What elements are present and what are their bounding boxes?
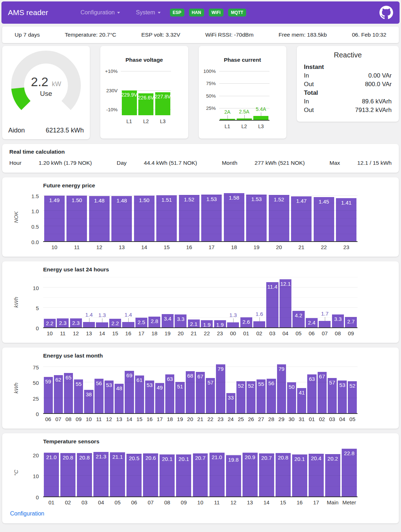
x-tick-label: 18 <box>165 416 175 422</box>
x-tick-label: 14 <box>96 330 109 336</box>
realtime-month: Month 277 kWh (521 NOK) <box>222 160 305 166</box>
y-tick-label: 20 <box>33 452 39 458</box>
x-tick-label: 10 <box>43 330 56 336</box>
x-tick-label: L3 <box>155 118 171 124</box>
han-status-badge: HAN <box>189 9 204 17</box>
y-tick-label: 10 <box>33 473 39 479</box>
x-tick-label: 03 <box>266 330 279 336</box>
main-nav: Configuration System <box>80 9 161 16</box>
x-axis-line <box>43 327 358 328</box>
bar-value-label: 2.3 <box>57 320 69 326</box>
bar-value-label: 2.1 <box>188 321 200 327</box>
x-tick-label: 08 <box>159 499 175 505</box>
gridline <box>219 96 269 96</box>
plot-area: NOK0.00.51.01.51.491.501.481.481.501.511… <box>43 192 358 242</box>
x-tick-label: 07 <box>142 499 159 505</box>
x-tick-label: 16 <box>144 416 155 422</box>
bar-value-label: 1.3 <box>223 312 243 318</box>
realtime-calculation-card: Real time calculation Hour 1.20 kWh (1.7… <box>2 144 399 173</box>
bar-value-label: 68 <box>186 373 195 379</box>
phase-current-chart: 100%75%50%25%2A2.5A5.4AL1L2L3 <box>219 71 269 129</box>
phase-voltage-chart: +10%230V-10%229.9V226.6V227.8VL1L2L3 <box>121 71 171 124</box>
bar-value-label: 79 <box>216 366 225 372</box>
reactive-instant-in-label: In <box>304 71 309 80</box>
bar-label-leader <box>102 318 102 322</box>
bar-value-label: 57 <box>206 379 215 386</box>
month-value: 277 kWh (521 NOK) <box>255 160 305 166</box>
y-tick-label: 0.5 <box>31 224 39 230</box>
phase-current-title: Phase current <box>199 57 286 63</box>
energy-last-month-card: Energy use last month kWh025507559626555… <box>2 347 399 429</box>
gridline <box>43 218 358 219</box>
future-energy-price-chart: NOK0.00.51.01.51.491.501.481.481.501.511… <box>2 192 399 250</box>
bar-value-label: 53 <box>105 382 114 388</box>
y-tick-label: 1.0 <box>31 208 39 214</box>
hour-value: 1.20 kWh (1.79 NOK) <box>39 160 92 166</box>
y-axis-label: NOK <box>13 211 19 223</box>
x-tick-label: 26 <box>246 416 256 422</box>
configuration-link[interactable]: Configuration <box>10 510 44 517</box>
bar-label-leader <box>244 115 245 118</box>
x-tick-label: 09 <box>344 330 357 336</box>
x-axis-labels: 1011121314151617181920212223 <box>43 244 358 250</box>
x-tick-label: 22 <box>206 416 216 422</box>
x-tick-label: 11 <box>94 416 104 422</box>
nav-configuration-dropdown[interactable]: Configuration <box>80 9 120 16</box>
bar-value-label: 1.6 <box>250 311 269 317</box>
bar-value-label: 3.4 <box>162 316 174 322</box>
temperature-sensors-card: Temperature sensors °C0102021.020.820.82… <box>2 433 399 523</box>
bar-label-leader <box>261 112 261 116</box>
x-tick-label: 10 <box>43 244 66 250</box>
gridline <box>43 465 358 465</box>
power-gauge: 2.2 kW Use <box>10 49 82 123</box>
bar-value-label: 1.52 <box>179 196 199 202</box>
esp-voltage-text: ESP volt: 3.32V <box>141 32 180 38</box>
bar-value-label: 38 <box>84 391 93 397</box>
bar-value-label: 41 <box>297 389 306 396</box>
bar-value-label: 1.9 <box>201 322 213 328</box>
y-axis-label: °C <box>13 470 19 476</box>
bar-value-label: 55 <box>74 381 83 387</box>
bar-value-label: 20.5 <box>126 455 142 461</box>
esp-status-badge: ESP <box>170 9 184 17</box>
bar-value-label: 53 <box>338 382 347 388</box>
x-tick-label: 31 <box>296 416 306 422</box>
bar-value-label: 2.3 <box>70 320 82 326</box>
nav-system-dropdown[interactable]: System <box>136 9 160 16</box>
gridline <box>121 71 171 71</box>
realtime-row: Hour 1.20 kWh (1.79 NOK) Day 44.4 kWh (5… <box>9 160 392 166</box>
x-tick-label: 12 <box>88 244 111 250</box>
x-tick-label: 27 <box>256 416 266 422</box>
y-tick-label: 0 <box>36 325 39 331</box>
gauge-arc <box>10 49 82 122</box>
bar-value-label: 57 <box>328 379 337 386</box>
x-tick-label: L2 <box>138 118 155 124</box>
top-cards-row: 2.2 kW Use Aidon 62123.5 kWh Phase volta… <box>1 46 400 139</box>
x-tick-label: 12 <box>104 416 114 422</box>
x-tick-label: 17 <box>308 499 324 505</box>
bar-value-label: 1.52 <box>269 196 289 202</box>
bar-value-label: 5.4A <box>251 106 271 112</box>
x-axis-line <box>43 241 358 242</box>
wifi-rssi-text: WiFi RSSI: -70dBm <box>205 32 253 38</box>
x-tick-label: 02 <box>253 330 266 336</box>
x-tick-label: 04 <box>93 499 109 505</box>
bar-value-label: 1.53 <box>201 196 222 202</box>
y-tick-label: 0 <box>36 411 39 417</box>
x-tick-label: 17 <box>155 416 165 422</box>
x-tick-label: 28 <box>266 416 276 422</box>
reactive-instant-out-label: Out <box>304 80 314 89</box>
x-tick-label: 14 <box>258 499 275 505</box>
gridline <box>43 297 358 298</box>
gridline <box>43 398 358 398</box>
bar-value-label: 20.7 <box>193 455 208 461</box>
bar-value-label: 2.5 <box>135 319 147 325</box>
github-link[interactable] <box>379 6 393 19</box>
bar-value-label: 4.2 <box>292 312 304 318</box>
temperature-sensors-chart: °C0102021.020.820.821.321.120.520.620.12… <box>2 448 399 505</box>
x-tick-label: 15 <box>156 244 178 250</box>
x-tick-label: 16 <box>178 244 200 250</box>
app-title: AMS reader <box>8 8 48 17</box>
bar-value-label: 20.8 <box>77 454 92 461</box>
bar-label-leader <box>227 115 228 119</box>
